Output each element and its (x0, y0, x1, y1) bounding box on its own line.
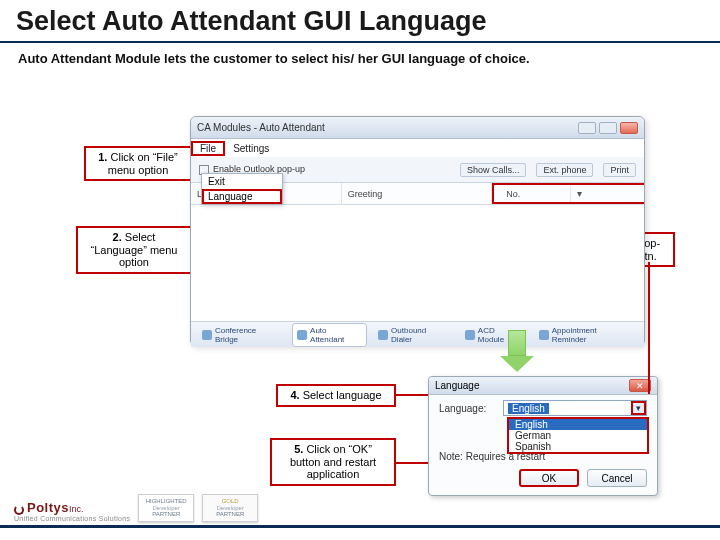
chevron-down-icon[interactable] (571, 185, 640, 202)
language-selected-value: English (508, 403, 549, 414)
brand-name: Poltys (27, 500, 69, 515)
file-menu[interactable]: File (191, 141, 225, 156)
select-chevron-button[interactable] (631, 401, 646, 415)
option-german[interactable]: German (509, 430, 647, 441)
minimize-button[interactable] (578, 122, 596, 134)
callout-2: 2. Select “Language” menu option (76, 226, 192, 274)
app-window: CA Modules - Auto Attendant File Setting… (190, 116, 645, 346)
app-title: CA Modules - Auto Attendant (197, 122, 325, 133)
down-arrow-icon (500, 330, 534, 372)
tab-auto-attendant[interactable]: Auto Attendant (292, 323, 367, 347)
language-label: Language: (439, 403, 497, 414)
app-footer-tabs: Conference Bridge Auto Attendant Outboun… (191, 321, 644, 347)
page-title: Select Auto Attendant GUI Language (0, 0, 720, 43)
language-menuitem[interactable]: Language (202, 189, 282, 204)
settings-menu[interactable]: Settings (225, 142, 277, 155)
plaque-gold: GOLD Developer PARTNER (202, 494, 258, 522)
ok-button[interactable]: OK (519, 469, 579, 487)
tab-appointment-reminder[interactable]: Appointment Reminder (534, 323, 638, 347)
footer-divider (0, 525, 720, 528)
language-option-list: English German Spanish (507, 417, 649, 454)
tab-outbound-dialer[interactable]: Outbound Dialer (373, 323, 454, 347)
col-number: No. (492, 183, 644, 204)
close-button[interactable] (620, 122, 638, 134)
print-button[interactable]: Print (603, 163, 636, 177)
callout-5: 5. Click on “OK” button and restart appl… (270, 438, 396, 486)
app-body (191, 205, 644, 321)
dialog-title: Language (435, 380, 480, 391)
titlebar: CA Modules - Auto Attendant (191, 117, 644, 139)
tab-conference-bridge[interactable]: Conference Bridge (197, 323, 286, 347)
page-subtitle: Auto Attendant Module lets the customer … (0, 43, 720, 70)
footer-logos: PoltysInc. Unified Communications Soluti… (14, 494, 258, 522)
swirl-icon (14, 505, 24, 515)
show-calls-button[interactable]: Show Calls... (460, 163, 527, 177)
callout-1: 1. Click on “File” menu option (84, 146, 192, 181)
connector (648, 262, 650, 394)
language-dialog: Language ✕ Language: English English Ger… (428, 376, 658, 496)
col-greeting: Greeting (342, 183, 493, 204)
maximize-button[interactable] (599, 122, 617, 134)
file-dropdown: Exit Language (201, 173, 283, 205)
dialog-titlebar: Language ✕ (429, 377, 657, 395)
plaque-highlighted: HIGHLIGHTED Developer PARTNER (138, 494, 194, 522)
option-english[interactable]: English (509, 419, 647, 430)
ext-phone-button[interactable]: Ext. phone (536, 163, 593, 177)
callout-4: 4. Select language (276, 384, 396, 407)
language-select[interactable]: English (503, 400, 647, 416)
note-text: Note: Requires a restart (439, 451, 545, 462)
menubar: File Settings (191, 139, 644, 157)
exit-menuitem[interactable]: Exit (202, 174, 282, 189)
brand-subtitle: Unified Communications Solutions (14, 515, 130, 522)
cancel-button[interactable]: Cancel (587, 469, 647, 487)
